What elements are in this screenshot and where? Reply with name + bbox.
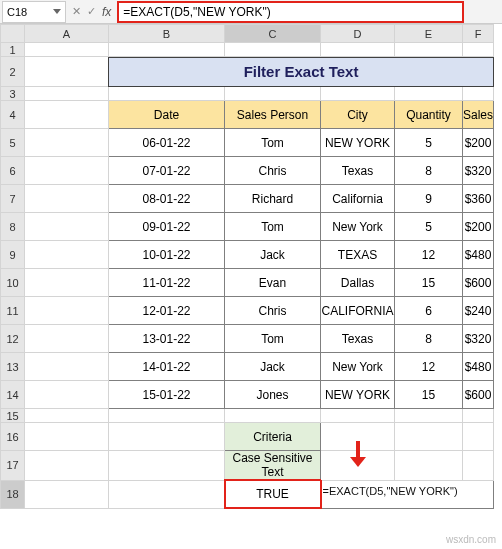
table-cell[interactable]: 15-01-22 — [109, 381, 225, 409]
cell[interactable] — [109, 409, 225, 423]
table-cell[interactable]: Chris — [225, 297, 321, 325]
select-all-corner[interactable] — [1, 25, 25, 43]
row-head[interactable]: 5 — [1, 129, 25, 157]
table-cell[interactable]: 15 — [395, 269, 463, 297]
cell[interactable] — [395, 43, 463, 57]
table-cell[interactable]: Tom — [225, 129, 321, 157]
table-cell[interactable]: CALIFORNIA — [321, 297, 395, 325]
cell[interactable] — [463, 43, 494, 57]
table-cell[interactable]: 5 — [395, 213, 463, 241]
cell[interactable] — [25, 241, 109, 269]
cell[interactable] — [109, 423, 225, 451]
table-cell[interactable]: 6 — [395, 297, 463, 325]
table-cell[interactable]: 08-01-22 — [109, 185, 225, 213]
col-head-C[interactable]: C — [225, 25, 321, 43]
cell[interactable] — [109, 480, 225, 508]
row-head[interactable]: 17 — [1, 451, 25, 481]
cell[interactable] — [463, 451, 494, 481]
table-cell[interactable]: $200 — [463, 129, 494, 157]
table-cell[interactable]: 15 — [395, 381, 463, 409]
table-cell[interactable]: $480 — [463, 353, 494, 381]
cell[interactable] — [463, 409, 494, 423]
table-cell[interactable]: 10-01-22 — [109, 241, 225, 269]
cell[interactable] — [25, 325, 109, 353]
row-head[interactable]: 1 — [1, 43, 25, 57]
table-cell[interactable]: 12 — [395, 241, 463, 269]
col-head-B[interactable]: B — [109, 25, 225, 43]
cell[interactable] — [225, 87, 321, 101]
cell[interactable] — [25, 101, 109, 129]
row-head[interactable]: 6 — [1, 157, 25, 185]
row-head[interactable]: 18 — [1, 480, 25, 508]
cell[interactable] — [109, 43, 225, 57]
table-cell[interactable]: Texas — [321, 325, 395, 353]
table-cell[interactable]: $320 — [463, 325, 494, 353]
table-cell[interactable]: Chris — [225, 157, 321, 185]
row-head[interactable]: 9 — [1, 241, 25, 269]
table-header-sales[interactable]: Sales — [463, 101, 494, 129]
cell[interactable] — [109, 87, 225, 101]
cell[interactable] — [25, 185, 109, 213]
table-cell[interactable]: $320 — [463, 157, 494, 185]
spreadsheet-grid[interactable]: A B C D E F 1 2 Filter Exact Text 3 4 Da… — [0, 24, 494, 509]
cell[interactable] — [25, 129, 109, 157]
table-cell[interactable]: $240 — [463, 297, 494, 325]
cell[interactable] — [25, 269, 109, 297]
table-cell[interactable]: 12 — [395, 353, 463, 381]
row-head[interactable]: 2 — [1, 57, 25, 87]
cell[interactable] — [225, 43, 321, 57]
cell[interactable] — [25, 353, 109, 381]
cell[interactable] — [321, 43, 395, 57]
cell[interactable]: =EXACT(D5,"NEW YORK") — [321, 480, 494, 508]
row-head[interactable]: 11 — [1, 297, 25, 325]
name-box[interactable]: C18 — [2, 1, 66, 23]
table-cell[interactable]: Dallas — [321, 269, 395, 297]
table-cell[interactable]: $360 — [463, 185, 494, 213]
cell[interactable] — [395, 451, 463, 481]
cell[interactable] — [321, 87, 395, 101]
table-header-qty[interactable]: Quantity — [395, 101, 463, 129]
table-cell[interactable]: Tom — [225, 325, 321, 353]
row-head[interactable]: 15 — [1, 409, 25, 423]
title-cell[interactable]: Filter Exact Text — [109, 57, 494, 87]
cell[interactable] — [25, 43, 109, 57]
table-cell[interactable]: 8 — [395, 157, 463, 185]
table-cell[interactable]: 5 — [395, 129, 463, 157]
table-cell[interactable]: $600 — [463, 269, 494, 297]
table-cell[interactable]: $200 — [463, 213, 494, 241]
cell[interactable] — [463, 423, 494, 451]
table-cell[interactable]: New York — [321, 353, 395, 381]
row-head[interactable]: 14 — [1, 381, 25, 409]
fx-icon[interactable]: fx — [102, 5, 111, 19]
row-head[interactable]: 3 — [1, 87, 25, 101]
formula-bar[interactable]: =EXACT(D5,"NEW YORK") — [117, 1, 464, 23]
chevron-down-icon[interactable] — [53, 9, 61, 14]
col-head-D[interactable]: D — [321, 25, 395, 43]
cell[interactable] — [109, 451, 225, 481]
row-head[interactable]: 8 — [1, 213, 25, 241]
table-cell[interactable]: 07-01-22 — [109, 157, 225, 185]
table-cell[interactable]: $600 — [463, 381, 494, 409]
table-cell[interactable]: New York — [321, 213, 395, 241]
cancel-icon[interactable]: ✕ — [72, 5, 81, 18]
col-head-E[interactable]: E — [395, 25, 463, 43]
criteria-subheader[interactable]: Case Sensitive Text — [225, 451, 321, 481]
table-cell[interactable]: Jack — [225, 353, 321, 381]
cell[interactable] — [395, 423, 463, 451]
row-head[interactable]: 12 — [1, 325, 25, 353]
criteria-value-cell[interactable]: TRUE — [225, 480, 321, 508]
criteria-header[interactable]: Criteria — [225, 423, 321, 451]
table-cell[interactable]: TEXAS — [321, 241, 395, 269]
table-cell[interactable]: NEW YORK — [321, 129, 395, 157]
table-cell[interactable]: $480 — [463, 241, 494, 269]
cell[interactable] — [395, 87, 463, 101]
table-cell[interactable]: Tom — [225, 213, 321, 241]
cell[interactable] — [463, 87, 494, 101]
table-cell[interactable]: 11-01-22 — [109, 269, 225, 297]
table-cell[interactable]: Richard — [225, 185, 321, 213]
table-cell[interactable]: 09-01-22 — [109, 213, 225, 241]
table-cell[interactable]: Jones — [225, 381, 321, 409]
table-cell[interactable]: 9 — [395, 185, 463, 213]
table-cell[interactable]: 13-01-22 — [109, 325, 225, 353]
row-head[interactable]: 7 — [1, 185, 25, 213]
